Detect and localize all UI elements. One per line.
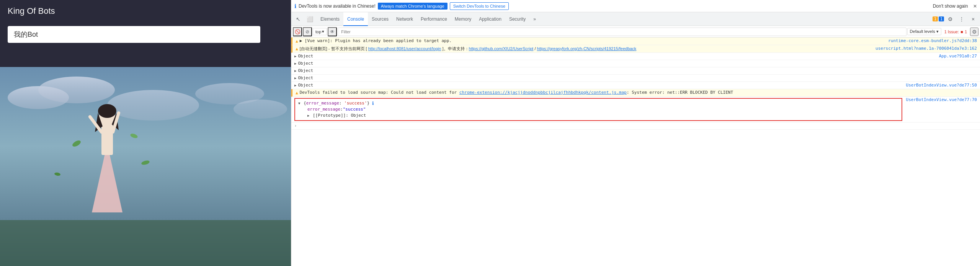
- object-info-icon: ℹ: [372, 100, 374, 106]
- expand-object-2[interactable]: ▶: [294, 60, 296, 67]
- console-toolbar: 🚫 ⊘ top ▾ 👁 Default levels ▾ 1 Issue: ■ …: [291, 26, 980, 38]
- stop-messages-icon[interactable]: 🚫: [293, 27, 302, 36]
- webpage-input[interactable]: 我的Bot: [8, 26, 260, 43]
- info-icon: ℹ: [294, 3, 296, 9]
- expand-object-1[interactable]: ▶: [294, 53, 296, 59]
- issue-icon: ■: [960, 29, 963, 34]
- tabs-bar: ↖ ⬜ Elements Console Sources Network Per…: [291, 12, 980, 26]
- tab-network[interactable]: Network: [392, 12, 417, 26]
- svg-point-2: [38, 77, 115, 103]
- device-toolbar-icon[interactable]: ⬜: [304, 14, 315, 24]
- console-entry-object-2: ▶ Object: [291, 60, 980, 67]
- expand-object-4[interactable]: ▶: [294, 75, 296, 81]
- object-header-line: ▼ { error_message : 'success' } ℹ: [298, 100, 898, 106]
- object-text-3: ▶ Object: [294, 68, 977, 74]
- tab-memory[interactable]: Memory: [451, 12, 475, 26]
- object-text-5: ▶ Object: [294, 82, 902, 88]
- object-colon: :: [339, 100, 344, 106]
- collapse-object-icon[interactable]: ▼: [298, 100, 300, 106]
- more-options-icon[interactable]: ⋮: [956, 14, 967, 24]
- inspect-element-icon[interactable]: ↖: [293, 14, 304, 24]
- tab-performance[interactable]: Performance: [417, 12, 451, 26]
- tab-sources[interactable]: Sources: [368, 12, 392, 26]
- tab-console[interactable]: Console: [343, 12, 368, 26]
- svg-rect-8: [101, 124, 113, 155]
- warn-icon: ▲: [296, 38, 298, 44]
- tab-elements[interactable]: Elements: [317, 12, 343, 26]
- dont-show-again-link[interactable]: Don't show again: [933, 3, 968, 9]
- svg-point-5: [234, 100, 287, 119]
- object-text-1: ▶ Object: [294, 53, 935, 59]
- object-1-source[interactable]: App.vue?91a0:27: [935, 53, 977, 59]
- object-value-success: 'success': [344, 100, 367, 106]
- console-settings-icon[interactable]: ⚙: [970, 28, 978, 36]
- vue-warn-text: ▶ [Vue warn]: Plugin has already been ap…: [300, 38, 885, 44]
- notification-bar: ℹ DevTools is now available in Chinese! …: [291, 0, 980, 12]
- notification-text: DevTools is now available in Chinese!: [299, 3, 376, 9]
- issue-label: 1 Issue:: [944, 29, 959, 34]
- console-prompt-line: ›: [291, 122, 980, 130]
- context-selector[interactable]: top ▾: [313, 28, 327, 35]
- link-greasy[interactable]: https://greasyfork.org/zh-CN/scripts/419…: [537, 46, 637, 51]
- filter-input[interactable]: [338, 28, 906, 36]
- chinese-warn-source[interactable]: userscript.html?name.1a-7006041da7e3:162: [872, 46, 977, 52]
- console-entry-object-3: ▶ Object: [291, 67, 980, 75]
- console-entry-vue-warn: ▲ ▶ [Vue warn]: Plugin has already been …: [291, 38, 980, 45]
- highlighted-source[interactable]: UserBotIndexView.vue?de77:70: [902, 97, 977, 102]
- notification-close-icon[interactable]: ×: [973, 2, 977, 10]
- expand-prototype-icon[interactable]: ▶: [307, 113, 309, 119]
- eye-icon[interactable]: 👁: [328, 27, 337, 36]
- chinese-warn-text: [自动无缝翻页] - 暂不支持当前网页 [ http://localhost:8…: [300, 46, 872, 52]
- prop-prototype: ▶ [[Prototype]]: Object: [307, 113, 898, 119]
- top-label: top: [315, 29, 321, 34]
- default-levels-label: Default levels ▾: [910, 29, 939, 34]
- clear-console-icon[interactable]: ⊘: [303, 27, 312, 36]
- webpage-title: King Of Bots: [0, 0, 291, 22]
- svg-point-3: [107, 90, 199, 121]
- match-language-button[interactable]: Always match Chrome's language: [378, 3, 448, 10]
- default-levels-dropdown[interactable]: Default levels ▾: [907, 28, 941, 35]
- object-text-4: ▶ Object: [294, 75, 977, 81]
- prop-key: error_message:: [307, 106, 343, 113]
- prototype-label: [[Prototype]]: Object: [310, 113, 366, 119]
- warn-icon-3: ▲: [296, 90, 298, 96]
- devtools-panel: ℹ DevTools is now available in Chinese! …: [291, 0, 980, 266]
- object-close-brace: }: [367, 100, 372, 106]
- prop-error-message: error_message: "success": [307, 106, 898, 113]
- link-localhost[interactable]: http://localhost:8081/user/account/login: [368, 46, 441, 51]
- console-entry-chinese-warn: ▲ [自动无缝翻页] - 暂不支持当前网页 [ http://localhost…: [291, 45, 980, 53]
- console-entry-object-1: ▶ Object App.vue?91a0:27: [291, 53, 980, 60]
- prop-value: "success": [343, 106, 366, 113]
- tab-security[interactable]: Security: [505, 12, 529, 26]
- settings-icon[interactable]: ⚙: [945, 14, 956, 24]
- console-entry-highlighted: ▼ { error_message : 'success' } ℹ error_…: [291, 97, 980, 122]
- expand-object-5[interactable]: ▶: [294, 82, 296, 88]
- highlighted-object-block: ▼ { error_message : 'success' } ℹ error_…: [294, 98, 902, 121]
- sourcemap-warn-text: DevTools failed to load source map: Coul…: [300, 90, 977, 96]
- tab-application[interactable]: Application: [475, 12, 505, 26]
- object-text-2: ▶ Object: [294, 60, 977, 67]
- prompt-arrow: ›: [294, 123, 297, 129]
- context-dropdown-icon: ▾: [322, 29, 324, 34]
- prompt-cursor[interactable]: [298, 123, 977, 129]
- object-header-brace: {: [301, 100, 306, 106]
- webpage-panel: King Of Bots 我的Bot: [0, 0, 291, 266]
- switch-devtools-button[interactable]: Switch DevTools to Chinese: [450, 2, 509, 10]
- expand-object-3[interactable]: ▶: [294, 68, 296, 74]
- console-entry-object-4: ▶ Object: [291, 75, 980, 82]
- info-badge: 1: [939, 16, 944, 21]
- link-extension[interactable]: chrome-extension://kjacjjdnoddnpbbcjilca…: [459, 90, 627, 95]
- webpage-background: [0, 67, 291, 266]
- link-github[interactable]: https://github.com/XIU2/UserScript: [469, 46, 534, 51]
- console-content: ▲ ▶ [Vue warn]: Plugin has already been …: [291, 38, 980, 266]
- close-devtools-icon[interactable]: ×: [968, 14, 978, 24]
- tab-more[interactable]: »: [529, 12, 540, 26]
- input-value: 我的Bot: [14, 31, 38, 38]
- svg-point-10: [98, 104, 116, 118]
- vue-warn-source[interactable]: runtime-core.esm-bundler.js?d2dd:38: [884, 38, 977, 44]
- object-key: error_message: [306, 100, 339, 106]
- console-entry-sourcemap-warn: ▲ DevTools failed to load source map: Co…: [291, 89, 980, 97]
- expanded-properties: error_message: "success" ▶ [[Prototype]]…: [298, 106, 898, 119]
- object-5-source[interactable]: UserBotIndexView.vue?de77:50: [902, 82, 977, 88]
- issue-number: 1: [965, 29, 967, 34]
